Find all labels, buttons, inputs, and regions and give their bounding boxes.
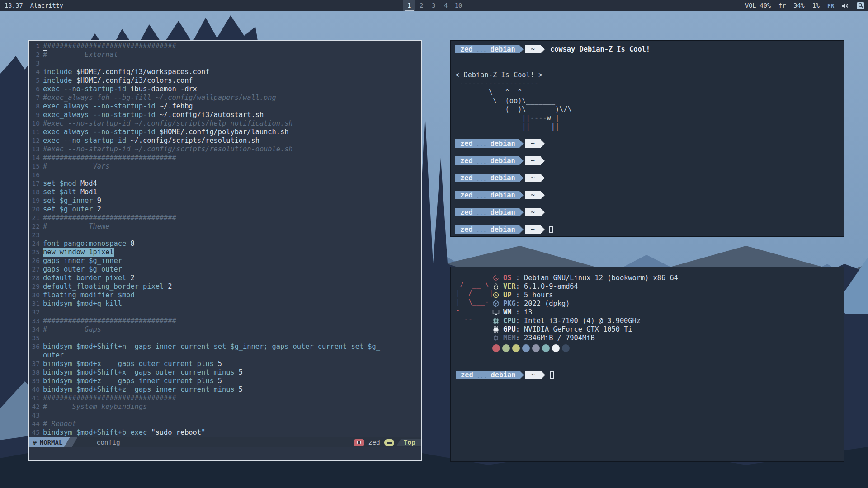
code-token: new_window 1pixel [43, 248, 114, 257]
workspace-2[interactable]: 2 [415, 0, 428, 11]
code-line: 5include $HOME/.config/i3/colors.conf [29, 76, 421, 85]
line-number: 4 [29, 68, 40, 76]
cowsay-terminal-body[interactable]: zed...debian~cowsay Debian-Z Is Cool! __… [451, 41, 844, 234]
cowsay-output-line: ___________________ [455, 62, 844, 70]
shell-prompt-row[interactable]: zed...debian~ [455, 174, 844, 182]
code-token: bindsym $mod+Shift+b exec [43, 428, 151, 437]
code-token: 5 [239, 385, 243, 394]
shell-prompt-row[interactable]: zed...debian~ [455, 208, 844, 216]
code-token: exec_always --no-startup-id [43, 102, 160, 111]
prompt-host: debian [491, 45, 515, 53]
code-line: 13#exec --no-startup-id ~/.config/script… [29, 145, 421, 154]
prompt-host: debian [491, 157, 515, 165]
workspace-4[interactable]: 4 [440, 0, 452, 11]
statusline-right: zed Top [354, 437, 421, 447]
code-line: 15# Vars [29, 162, 421, 171]
code-token: include [43, 76, 76, 85]
line-number: 11 [29, 128, 40, 136]
prompt-cwd-segment: ~ [525, 139, 541, 148]
fetch-info-row: PKG: 2022 (dpkg) [492, 299, 678, 308]
shell-prompt-row[interactable]: zed...debian~cowsay Debian-Z Is Cool! [455, 45, 844, 53]
line-number: 10 [29, 119, 40, 128]
code-token: ~/.fehbg [160, 102, 193, 111]
code-line: 20set $g_outer 2 [29, 205, 421, 214]
terminal-cursor [550, 371, 554, 379]
fetch-value: Debian GNU/Linux 12 (bookworm) x86_64 [524, 274, 678, 282]
code-token: 5 [239, 368, 243, 377]
line-number: 7 [29, 94, 40, 102]
fetch-prompt-row[interactable]: zed...debian~ [456, 371, 554, 379]
vim-mode-label: NORMAL [40, 439, 63, 446]
prompt-cwd-segment: ~ [525, 371, 541, 379]
code-token: # Theme [43, 222, 109, 231]
code-token: 5 [218, 360, 222, 368]
keyboard-layout-indicator[interactable]: FR [827, 2, 834, 9]
editor-code-area[interactable]: 1################################2# Exte… [29, 41, 421, 437]
line-number: 18 [29, 188, 40, 197]
code-token: bindsym $mod+q kill [43, 300, 122, 308]
code-token: $HOME/.config/i3/colors.conf [76, 76, 193, 85]
code-line: 37bindsym $mod+x gaps outer current plus… [29, 360, 421, 368]
desktop: 13:37 Alacritty 123410 VOL 40% fr 34% 1%… [0, 0, 868, 488]
shell-prompt-row[interactable]: zed...debian~ [455, 156, 844, 165]
line-number: 36 [29, 343, 40, 351]
code-token: #exec --no-startup-id ~/.config/scripts/… [43, 145, 293, 154]
code-token: font pango:monospace [43, 239, 130, 248]
line-number: 12 [29, 136, 40, 145]
speaker-icon[interactable] [842, 2, 849, 9]
prompt-user-host-segment: zed...debian [455, 191, 519, 199]
code-token: ################################ [43, 214, 176, 222]
code-token: default_border pixel [43, 274, 130, 282]
code-line: 31bindsym $mod+q kill [29, 300, 421, 308]
cowsay-output-line: || || [455, 122, 844, 131]
code-line: 38bindsym $mod+Shift+x gaps outer curren… [29, 368, 421, 377]
prompt-arrow-icon [541, 371, 545, 379]
fetch-value: 2022 (dpkg) [524, 300, 570, 308]
prompt-user: zed [460, 157, 473, 165]
line-number: 9 [29, 111, 40, 119]
workspace-10[interactable]: 10 [452, 0, 465, 11]
volume-module[interactable]: VOL 40% [745, 2, 771, 9]
cowsay-terminal-window[interactable]: zed...debian~cowsay Debian-Z Is Cool! __… [450, 40, 844, 237]
fetch-terminal-window[interactable]: _____ / __ \ | / | | \___- -_ --_ OS : D… [450, 267, 844, 462]
editor-cursor: # [43, 42, 47, 51]
blank-line [455, 148, 844, 156]
workspace-3[interactable]: 3 [428, 0, 440, 11]
prompt-host: debian [491, 371, 516, 379]
shell-prompt-row[interactable]: zed...debian~ [455, 225, 844, 234]
palette-swatch-0 [492, 344, 500, 352]
prompt-user: zed [460, 191, 473, 199]
memory-module: 1% [812, 2, 820, 9]
code-line: 2# External [29, 51, 421, 59]
shell-prompt-row[interactable]: zed...debian~ [455, 191, 844, 199]
code-line: 21################################ [29, 214, 421, 222]
prompt-cwd-segment: ~ [525, 191, 541, 199]
fetch-info-row: OS : Debian GNU/Linux 12 (bookworm) x86_… [492, 273, 678, 282]
line-number: 45 [29, 428, 40, 437]
prompt-separator-dots: ... [473, 174, 491, 182]
code-line: 29default_floating_border pixel 2 [29, 282, 421, 291]
prompt-user-host-segment: zed...debian [456, 371, 520, 379]
shell-prompt-row[interactable]: zed...debian~ [455, 139, 844, 148]
code-line: outer [29, 351, 421, 360]
workspace-1[interactable]: 1 [403, 0, 415, 11]
magnifier-icon[interactable] [857, 2, 864, 9]
fetch-colon: : [516, 308, 524, 316]
code-line: 32 [29, 308, 421, 317]
fetch-label: PKG [503, 300, 516, 308]
fetch-value: NVIDIA GeForce GTX 1050 Ti [524, 325, 632, 333]
fetch-value: i3 [524, 308, 532, 316]
code-token: gaps inner $g_inner [43, 257, 122, 265]
debian-swirl-icon [492, 274, 500, 282]
line-number: 31 [29, 300, 40, 308]
fetch-value: 5 hours [524, 291, 553, 299]
prompt-arrow-icon [541, 208, 545, 216]
editor-window[interactable]: 1################################2# Exte… [28, 40, 422, 461]
shell-prompt-row[interactable]: zed...debian~ [456, 371, 554, 379]
line-number: 19 [29, 197, 40, 205]
line-number: 16 [29, 171, 40, 179]
code-line: 12exec --no-startup-id ~/.config/scripts… [29, 136, 421, 145]
fetch-label: GPU [503, 325, 516, 333]
palette-swatch-3 [522, 344, 530, 352]
cowsay-output-line: (__)\ )\/\ [455, 105, 844, 113]
